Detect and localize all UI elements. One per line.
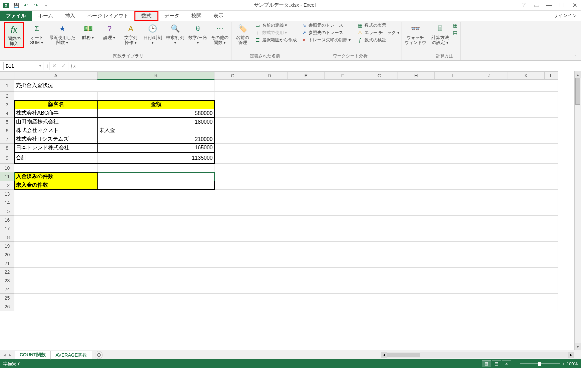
cell-B5[interactable]: 180000	[98, 118, 214, 126]
row-16[interactable]: 16	[0, 216, 14, 224]
cell-A2[interactable]	[14, 92, 98, 100]
watch-window-button[interactable]: 👓ウォッチ ウィンドウ	[403, 22, 428, 46]
minimize-icon[interactable]: —	[544, 1, 554, 10]
col-L[interactable]: L	[545, 72, 558, 80]
row-8[interactable]: 8	[0, 144, 14, 152]
new-sheet-button[interactable]: ⊕	[95, 351, 103, 359]
cell-A12[interactable]: 未入金の件数	[14, 181, 98, 190]
cell-B4[interactable]: 580000	[98, 109, 214, 118]
vertical-scrollbar[interactable]: ▲ ▼	[574, 71, 581, 350]
close-icon[interactable]: ✕	[570, 1, 580, 10]
trace-precedents-button[interactable]: ↘参照元のトレース	[301, 22, 344, 29]
col-I[interactable]: I	[435, 72, 471, 80]
select-all-button[interactable]	[0, 72, 14, 80]
row-12[interactable]: 12	[0, 181, 14, 190]
row-21[interactable]: 21	[0, 259, 14, 268]
row-2[interactable]: 2	[0, 92, 14, 100]
cell-B9[interactable]: 1135000	[98, 152, 214, 164]
row-26[interactable]: 26	[0, 302, 14, 311]
zoom-level[interactable]: 100%	[567, 361, 578, 366]
cell-A8[interactable]: 日本トレンド株式会社	[14, 144, 98, 152]
row-4[interactable]: 4	[0, 109, 14, 118]
row-22[interactable]: 22	[0, 268, 14, 276]
cell-B10[interactable]	[98, 164, 214, 172]
row-20[interactable]: 20	[0, 250, 14, 259]
save-icon[interactable]: 💾	[11, 1, 21, 10]
insert-function-button[interactable]: fx 関数の 挿入	[4, 22, 24, 48]
create-from-selection-button[interactable]: ☰選択範囲から作成	[254, 37, 298, 43]
tab-formulas[interactable]: 数式	[134, 11, 158, 21]
scroll-down-icon[interactable]: ▼	[575, 343, 581, 350]
collapse-ribbon-icon[interactable]: ˄	[572, 53, 578, 60]
row-19[interactable]: 19	[0, 242, 14, 250]
row-6[interactable]: 6	[0, 126, 14, 135]
row-15[interactable]: 15	[0, 207, 14, 216]
hscroll-thumb[interactable]	[387, 353, 420, 357]
cell-B12[interactable]	[98, 181, 214, 190]
horizontal-scrollbar[interactable]: ◄ ►	[381, 352, 574, 358]
row-5[interactable]: 5	[0, 118, 14, 126]
math-button[interactable]: θ数学/三角 ▾	[187, 22, 208, 46]
sign-in-link[interactable]: サインイン	[554, 11, 581, 21]
zoom-in-button[interactable]: +	[562, 361, 565, 366]
cell-A10[interactable]	[14, 164, 98, 172]
logical-button[interactable]: ?論理 ▾	[99, 22, 119, 41]
sheet-tab-count[interactable]: COUNT関数	[15, 351, 51, 360]
cell-A1[interactable]: 売掛金入金状況	[14, 80, 214, 92]
insert-function-icon[interactable]: ƒx	[68, 62, 77, 70]
tab-view[interactable]: 表示	[207, 11, 229, 21]
row-24[interactable]: 24	[0, 285, 14, 294]
sheet-nav[interactable]: ◄►	[0, 352, 15, 358]
formula-input[interactable]	[79, 62, 581, 70]
col-E[interactable]: E	[288, 72, 325, 80]
tab-data[interactable]: データ	[158, 11, 185, 21]
recent-functions-button[interactable]: ★最近使用した 関数 ▾	[48, 22, 77, 46]
col-K[interactable]: K	[508, 72, 545, 80]
cell-A9[interactable]: 合計	[14, 152, 98, 164]
cell-B2[interactable]	[98, 92, 214, 100]
tab-page-layout[interactable]: ページ レイアウト	[81, 11, 134, 21]
zoom-slider[interactable]	[520, 363, 560, 364]
calculate-now-button[interactable]: ▦	[452, 22, 459, 29]
column-headers[interactable]: A B C D E F G H I J K L	[0, 72, 558, 80]
tab-home[interactable]: ホーム	[32, 11, 59, 21]
zoom-out-button[interactable]: −	[516, 361, 518, 366]
show-formulas-button[interactable]: ▦数式の表示	[357, 22, 387, 29]
define-name-button[interactable]: ▭名前の定義 ▾	[254, 22, 288, 29]
name-manager-button[interactable]: 🏷️名前の 管理	[233, 22, 253, 46]
cell-B6[interactable]: 未入金	[98, 126, 214, 135]
tab-insert[interactable]: 挿入	[59, 11, 81, 21]
cell-A5[interactable]: 山田物産株式会社	[14, 118, 98, 126]
help-icon[interactable]: ?	[519, 1, 529, 10]
row-11[interactable]: 11	[0, 172, 14, 181]
maximize-icon[interactable]: ☐	[557, 1, 567, 10]
cell-A4[interactable]: 株式会社ABC商事	[14, 109, 98, 118]
autosum-button[interactable]: Σオート SUM ▾	[27, 22, 47, 46]
lookup-button[interactable]: 🔍検索/行列 ▾	[165, 22, 186, 46]
spreadsheet-grid[interactable]: A B C D E F G H I J K L 1売掛金入金状況 2 3 顧客名…	[0, 71, 558, 311]
error-checking-button[interactable]: ⚠エラー チェック ▾	[357, 29, 400, 36]
name-box[interactable]: B11▾	[3, 62, 43, 70]
cell-A11[interactable]: 入金済みの件数	[14, 172, 98, 181]
cell-A3[interactable]: 顧客名	[14, 100, 98, 109]
sheet-nav-next-icon[interactable]: ►	[8, 352, 13, 358]
name-box-dropdown-icon[interactable]: ▾	[39, 64, 41, 68]
redo-icon[interactable]: ↷	[31, 1, 41, 10]
datetime-button[interactable]: 🕒日付/時刻 ▾	[142, 22, 163, 46]
row-14[interactable]: 14	[0, 198, 14, 207]
page-break-view-icon[interactable]: 凹	[502, 360, 511, 367]
page-layout-view-icon[interactable]: ▤	[492, 360, 501, 367]
cell-A7[interactable]: 株式会社ITシステムズ	[14, 135, 98, 144]
ribbon-options-icon[interactable]: ▭	[532, 1, 542, 10]
zoom-slider-knob[interactable]	[538, 362, 541, 366]
tab-file[interactable]: ファイル	[0, 11, 32, 21]
cell-B11[interactable]	[98, 172, 214, 181]
qat-customize-icon[interactable]: ▾	[41, 1, 51, 10]
col-J[interactable]: J	[471, 72, 508, 80]
cell-A6[interactable]: 株式会社ネクスト	[14, 126, 98, 135]
row-23[interactable]: 23	[0, 276, 14, 285]
vscroll-thumb[interactable]	[575, 78, 580, 105]
row-10[interactable]: 10	[0, 164, 14, 172]
scroll-left-icon[interactable]: ◄	[381, 352, 387, 358]
calculate-sheet-button[interactable]: ▤	[452, 29, 459, 36]
